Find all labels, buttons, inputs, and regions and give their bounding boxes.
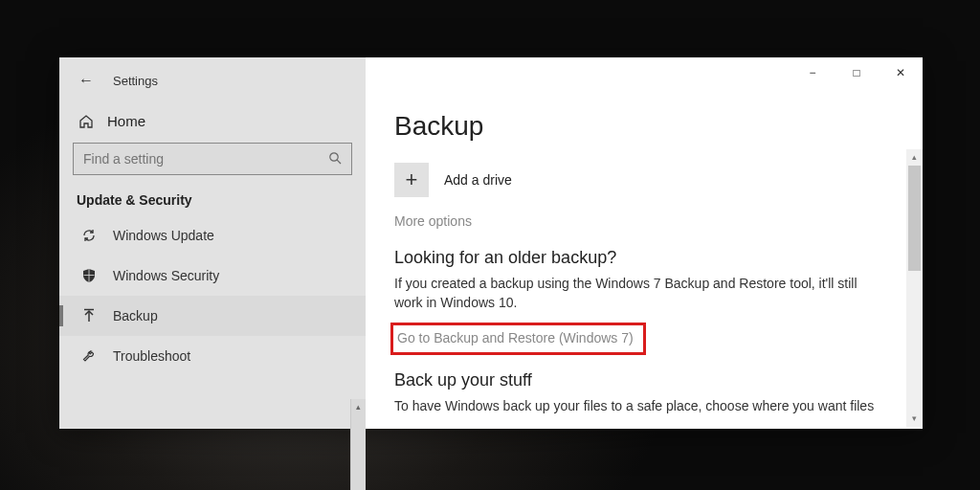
svg-line-1	[337, 160, 341, 164]
close-button[interactable]: ✕	[879, 57, 923, 88]
maximize-button[interactable]: □	[835, 57, 879, 88]
scroll-up-icon[interactable]: ▴	[351, 399, 366, 414]
sync-icon	[80, 227, 98, 244]
backup-stuff-body: To have Windows back up your files to a …	[394, 396, 882, 415]
scroll-down-icon[interactable]: ▾	[906, 411, 923, 427]
sidebar-nav: Windows Update Windows Security Backup T…	[59, 215, 366, 429]
wrench-icon	[80, 347, 98, 365]
search-input[interactable]	[83, 151, 316, 167]
older-backup-body: If you created a backup using the Window…	[394, 274, 882, 313]
sidebar-item-backup[interactable]: Backup	[59, 296, 366, 336]
sidebar-item-windows-security[interactable]: Windows Security	[59, 256, 366, 296]
content-panel: − □ ✕ Backup + Add a drive More options …	[366, 57, 923, 429]
back-arrow-icon[interactable]: ←	[78, 72, 94, 89]
sidebar-item-label: Windows Update	[113, 228, 214, 243]
home-icon	[78, 114, 94, 129]
sidebar-item-label: Troubleshoot	[113, 348, 190, 364]
app-title: Settings	[113, 74, 158, 88]
minimize-button[interactable]: −	[791, 57, 835, 88]
plus-icon: +	[394, 163, 429, 197]
backup-arrow-icon	[80, 307, 98, 324]
svg-point-0	[330, 152, 338, 160]
shield-icon	[80, 267, 98, 284]
sidebar: ← Settings Home Update & Security Window…	[59, 57, 366, 429]
titlebar-left: ← Settings	[59, 65, 366, 96]
content-scrollbar[interactable]: ▴ ▾	[906, 149, 923, 427]
sidebar-item-label: Backup	[113, 308, 158, 323]
add-drive-label: Add a drive	[444, 172, 512, 188]
sidebar-scrollbar[interactable]: ▴	[350, 399, 366, 490]
backup-restore-win7-link[interactable]: Go to Backup and Restore (Windows 7)	[397, 330, 634, 345]
older-backup-heading: Looking for an older backup?	[394, 248, 903, 268]
sidebar-item-troubleshoot[interactable]: Troubleshoot	[59, 336, 366, 376]
search-box[interactable]	[73, 143, 352, 175]
window-controls: − □ ✕	[791, 57, 923, 88]
sidebar-item-windows-update[interactable]: Windows Update	[59, 215, 366, 256]
scroll-thumb[interactable]	[908, 166, 921, 271]
more-options-link[interactable]: More options	[394, 213, 472, 229]
highlight-annotation: Go to Backup and Restore (Windows 7)	[390, 323, 646, 355]
add-drive-button[interactable]: + Add a drive	[394, 163, 903, 197]
sidebar-category: Update & Security	[59, 189, 366, 215]
sidebar-home[interactable]: Home	[59, 96, 366, 143]
search-icon	[328, 151, 342, 167]
settings-window: ← Settings Home Update & Security Window…	[59, 57, 923, 429]
backup-stuff-heading: Back up your stuff	[394, 370, 903, 390]
sidebar-home-label: Home	[107, 113, 145, 129]
scroll-up-icon[interactable]: ▴	[906, 149, 923, 166]
sidebar-item-label: Windows Security	[113, 268, 219, 283]
